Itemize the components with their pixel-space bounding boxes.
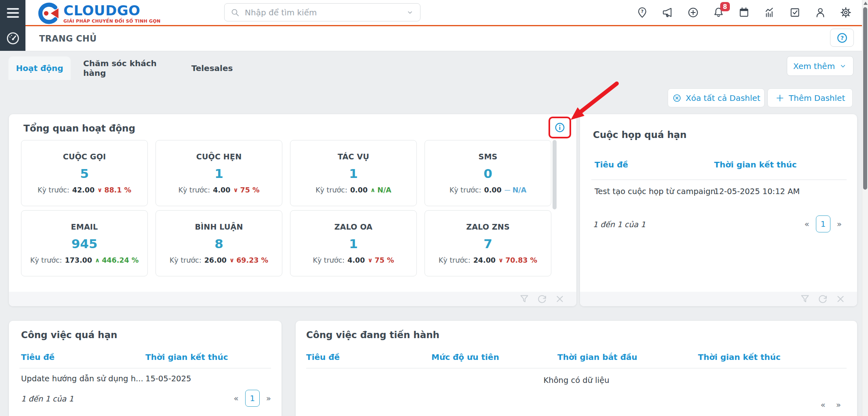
- column-header-thoi-gian-ket-thuc[interactable]: Thời gian kết thúc: [714, 160, 797, 169]
- stat-card-binh-luan[interactable]: BÌNH LUẬN 8 Kỳ trước: 26.00 69.23 %: [156, 210, 282, 276]
- filter-icon[interactable]: [799, 293, 811, 305]
- filter-icon[interactable]: [518, 293, 530, 305]
- trend-indicator: 70.83 %: [498, 256, 537, 264]
- calendar-icon[interactable]: [738, 6, 750, 19]
- column-header-tieu-de[interactable]: Tiêu đề: [306, 352, 340, 362]
- dashlet-scrollbar[interactable]: [553, 140, 557, 209]
- sidebar-item-dashboard[interactable]: [0, 25, 25, 51]
- trend-indicator: 88.1 %: [97, 186, 131, 194]
- table-cell-title[interactable]: Test tạo cuộc họp từ campaign: [595, 187, 715, 196]
- trend-indicator: 446.24 %: [95, 256, 139, 264]
- dashlet-overdue-tasks: Công việc quá hạn Tiêu đề Thời gian kết …: [9, 321, 282, 416]
- pagination: « 1 »: [234, 390, 271, 407]
- dashlet-title: Cuộc họp quá hạn: [593, 130, 687, 140]
- trend-indicator: N/A: [370, 186, 391, 194]
- annotation-highlight-box: [549, 117, 571, 138]
- pagination-page[interactable]: 1: [245, 390, 260, 407]
- stat-card-cuoc-goi[interactable]: CUỘC GỌI 5 Kỳ trước: 42.00 88.1 %: [21, 140, 148, 206]
- refresh-icon[interactable]: [536, 293, 548, 305]
- pagination-page[interactable]: 1: [816, 215, 830, 232]
- pagination-summary: 1 đến 1 của 1: [593, 220, 645, 229]
- search-input[interactable]: [244, 7, 406, 18]
- sidebar: [0, 0, 25, 51]
- scrollbar-up-arrow[interactable]: [864, 2, 868, 5]
- todo-check-icon[interactable]: [789, 6, 801, 19]
- info-circle-icon[interactable]: [554, 121, 566, 134]
- pagination: « 1 »: [805, 215, 842, 232]
- pagination-next[interactable]: »: [266, 393, 271, 403]
- close-icon[interactable]: [554, 293, 566, 305]
- page-title: TRANG CHỦ: [39, 34, 97, 44]
- megaphone-icon[interactable]: [662, 6, 674, 19]
- column-header-thoi-gian-ket-thuc[interactable]: Thời gian kết thúc: [145, 352, 228, 362]
- window-scrollbar[interactable]: [862, 0, 868, 416]
- dashlet-title: Tổng quan hoạt động: [23, 123, 135, 134]
- trend-indicator: 69.23 %: [229, 256, 268, 264]
- notification-badge: 8: [720, 2, 730, 11]
- analytics-chart-icon[interactable]: [763, 6, 776, 19]
- dashlet-activity-overview: Tổng quan hoạt động CUỘC GỌI 5 Kỳ trước:…: [9, 114, 576, 306]
- global-search[interactable]: [224, 3, 420, 21]
- search-icon: [230, 8, 240, 17]
- tab-hoat-dong[interactable]: Hoạt động: [8, 56, 71, 80]
- trend-indicator: N/A: [504, 186, 527, 194]
- hamburger-icon: [7, 8, 19, 18]
- pagination-prev[interactable]: «: [821, 400, 826, 410]
- header-icon-bar: ? 8: [636, 0, 852, 25]
- column-header-tieu-de[interactable]: Tiêu đề: [595, 160, 628, 169]
- settings-gear-icon[interactable]: [840, 6, 852, 19]
- logo-name: CLOUDGO: [63, 4, 161, 17]
- pagination-summary: 1 đến 1 của 1: [21, 394, 74, 403]
- cloudgo-logo[interactable]: CLOUDGO GIẢI PHÁP CHUYỂN ĐỔI SỐ TINH GỌN: [38, 2, 161, 24]
- stat-card-sms[interactable]: SMS 0 Kỳ trước: 0.00 N/A: [425, 140, 551, 206]
- tab-telesales[interactable]: Telesales: [192, 56, 232, 80]
- trend-indicator: 75 %: [233, 186, 259, 194]
- stat-card-grid: CUỘC GỌI 5 Kỳ trước: 42.00 88.1 % CUỘC H…: [21, 140, 551, 276]
- stat-card-email[interactable]: EMAIL 945 Kỳ trước: 173.00 446.24 %: [21, 210, 148, 276]
- svg-text:?: ?: [641, 9, 644, 14]
- pagination-prev[interactable]: «: [234, 393, 239, 403]
- app-root: CLOUDGO GIẢI PHÁP CHUYỂN ĐỔI SỐ TINH GỌN…: [0, 0, 868, 416]
- table-cell-title[interactable]: Update hướng dẫn sử dụng h...: [21, 374, 143, 383]
- chevron-down-icon: [839, 62, 847, 70]
- stat-card-tac-vu[interactable]: TÁC VỤ 1 Kỳ trước: 0.00 N/A: [290, 140, 417, 206]
- stat-card-cuoc-hen[interactable]: CUỘC HẸN 1 Kỳ trước: 4.00 75 %: [156, 140, 282, 206]
- pagination-next[interactable]: »: [836, 400, 841, 410]
- refresh-icon[interactable]: [817, 293, 829, 305]
- menu-toggle-button[interactable]: [0, 0, 25, 25]
- pagination-next[interactable]: »: [837, 219, 842, 229]
- top-bar: CLOUDGO GIẢI PHÁP CHUYỂN ĐỔI SỐ TINH GỌN…: [25, 0, 862, 26]
- table-cell-end-time: 15-05-2025: [145, 374, 191, 383]
- close-icon[interactable]: [834, 293, 847, 305]
- column-header-thoi-gian-ket-thuc[interactable]: Thời gian kết thúc: [698, 352, 781, 362]
- breadcrumb-bar: TRANG CHỦ ?: [25, 26, 862, 51]
- dashlet-footer: [580, 292, 857, 306]
- pagination: « »: [821, 400, 841, 410]
- dashlet-overdue-meetings: Cuộc họp quá hạn Tiêu đề Thời gian kết t…: [580, 114, 857, 306]
- dashlet-footer: [9, 292, 576, 306]
- column-header-thoi-gian-bat-dau[interactable]: Thời gian bắt đầu: [557, 352, 637, 362]
- plus-circle-icon[interactable]: [687, 6, 699, 19]
- column-header-tieu-de[interactable]: Tiêu đề: [21, 352, 55, 362]
- tab-cham-soc-khach-hang[interactable]: Chăm sóc khách hàng: [83, 56, 174, 80]
- add-dashlet-button[interactable]: Thêm Dashlet: [767, 88, 853, 107]
- trend-indicator: 75 %: [368, 256, 394, 264]
- help-button[interactable]: ?: [830, 29, 854, 47]
- chevron-down-icon[interactable]: [406, 8, 414, 17]
- stat-card-zalo-oa[interactable]: ZALO OA 1 Kỳ trước: 4.00 75 %: [290, 210, 417, 276]
- see-more-button[interactable]: Xem thêm: [787, 56, 853, 76]
- dashlet-tasks-in-progress: Công việc đang tiến hành Tiêu đề Mức độ …: [296, 321, 857, 416]
- notifications-bell-icon[interactable]: 8: [712, 6, 725, 19]
- pagination-prev[interactable]: «: [805, 219, 809, 229]
- cloudgo-logo-mark-icon: [38, 2, 59, 24]
- help-circle-icon: ?: [836, 32, 848, 44]
- user-icon[interactable]: [814, 6, 826, 19]
- svg-text:?: ?: [840, 34, 843, 41]
- logo-tagline: GIẢI PHÁP CHUYỂN ĐỔI SỐ TINH GỌN: [63, 19, 161, 23]
- column-header-muc-do-uu-tien[interactable]: Mức độ ưu tiên: [431, 352, 499, 362]
- scrollbar-thumb[interactable]: [863, 7, 867, 190]
- map-pin-question-icon[interactable]: ?: [636, 6, 648, 19]
- stat-card-zalo-zns[interactable]: ZALO ZNS 7 Kỳ trước: 24.00 70.83 %: [425, 210, 551, 276]
- clear-all-dashlet-button[interactable]: Xóa tất cả Dashlet: [668, 88, 765, 107]
- dashlet-title: Công việc đang tiến hành: [306, 330, 439, 340]
